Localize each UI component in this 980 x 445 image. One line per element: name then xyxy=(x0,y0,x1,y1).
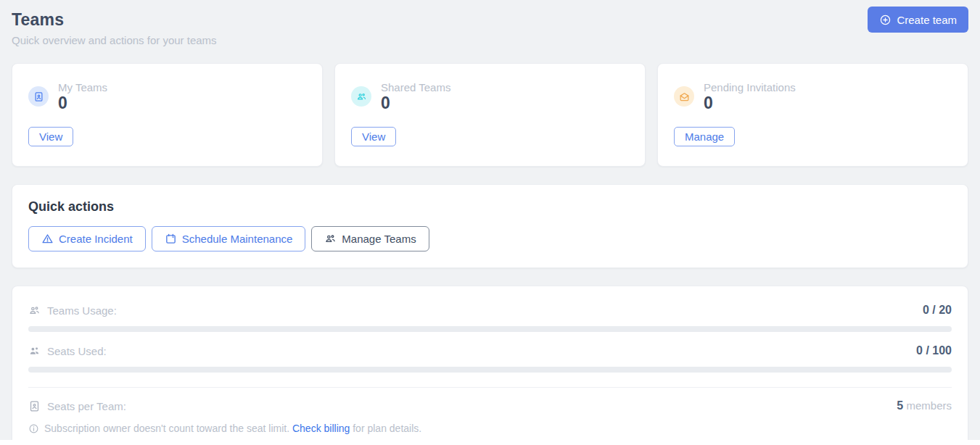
note-text: Subscription owner doesn't count toward … xyxy=(44,423,289,434)
address-book-icon xyxy=(28,86,49,107)
teams-usage-row: Teams Usage: 0 / 20 xyxy=(28,304,952,317)
plus-circle-icon xyxy=(879,14,892,26)
users-icon xyxy=(324,233,337,245)
seats-per-team-label: Seats per Team: xyxy=(47,400,126,412)
page-title: Teams xyxy=(12,10,968,30)
seat-limit-note: Subscription owner doesn't count toward … xyxy=(28,423,952,434)
divider xyxy=(28,387,952,388)
view-shared-teams-button[interactable]: View xyxy=(351,127,396,146)
users-filled-icon xyxy=(28,345,41,357)
stat-value: 0 xyxy=(704,95,796,112)
usage-card: Teams Usage: 0 / 20 Seats Used: 0 / 100 xyxy=(12,286,968,445)
create-incident-label: Create Incident xyxy=(59,233,133,245)
seats-per-team-row: Seats per Team: 5 members xyxy=(28,399,952,412)
page-header: Teams Quick overview and actions for you… xyxy=(12,0,968,46)
page-subtitle: Quick overview and actions for your team… xyxy=(12,34,968,46)
stat-label: Pending Invitations xyxy=(704,81,796,93)
quick-actions-card: Quick actions Create Incident Schedule M… xyxy=(12,184,968,268)
warning-icon xyxy=(41,233,54,245)
users-icon xyxy=(351,86,371,107)
manage-teams-button[interactable]: Manage Teams xyxy=(311,226,429,251)
seats-used-progress-bar xyxy=(28,367,952,373)
calendar-icon xyxy=(165,233,177,245)
create-team-button[interactable]: Create team xyxy=(868,7,968,33)
quick-actions-title: Quick actions xyxy=(28,199,952,215)
stat-label: Shared Teams xyxy=(381,81,450,93)
users-outline-icon xyxy=(28,304,41,317)
seats-used-label: Seats Used: xyxy=(47,345,107,357)
seats-per-team-unit: members xyxy=(906,399,952,412)
seats-used-value: 0 / 100 xyxy=(916,344,952,357)
note-suffix: for plan details. xyxy=(353,423,421,434)
view-my-teams-button[interactable]: View xyxy=(28,127,73,146)
schedule-maintenance-label: Schedule Maintenance xyxy=(182,233,293,245)
teams-usage-progress-bar xyxy=(28,326,952,332)
seats-per-team-value: 5 members xyxy=(897,399,952,412)
teams-page: Teams Quick overview and actions for you… xyxy=(0,0,980,445)
create-incident-button[interactable]: Create Incident xyxy=(28,226,146,251)
address-book-icon xyxy=(28,400,41,412)
manage-teams-label: Manage Teams xyxy=(342,233,416,245)
stat-label: My Teams xyxy=(58,81,107,93)
schedule-maintenance-button[interactable]: Schedule Maintenance xyxy=(152,226,306,251)
mail-open-icon xyxy=(674,86,694,107)
stat-card-pending-invitations: Pending Invitations 0 Manage xyxy=(657,63,968,167)
create-team-label: Create team xyxy=(897,14,957,26)
bottom-strip xyxy=(0,440,980,445)
stat-value: 0 xyxy=(381,95,450,112)
stat-card-shared-teams: Shared Teams 0 View xyxy=(334,63,646,167)
stat-value: 0 xyxy=(58,95,107,112)
stats-row: My Teams 0 View Shared Teams xyxy=(12,63,968,167)
teams-usage-value: 0 / 20 xyxy=(923,304,952,317)
manage-invitations-button[interactable]: Manage xyxy=(674,127,735,146)
check-billing-link[interactable]: Check billing xyxy=(292,423,350,434)
stat-card-my-teams: My Teams 0 View xyxy=(12,63,323,167)
teams-usage-label: Teams Usage: xyxy=(47,304,117,317)
seats-used-row: Seats Used: 0 / 100 xyxy=(28,344,952,357)
info-icon xyxy=(28,423,39,434)
